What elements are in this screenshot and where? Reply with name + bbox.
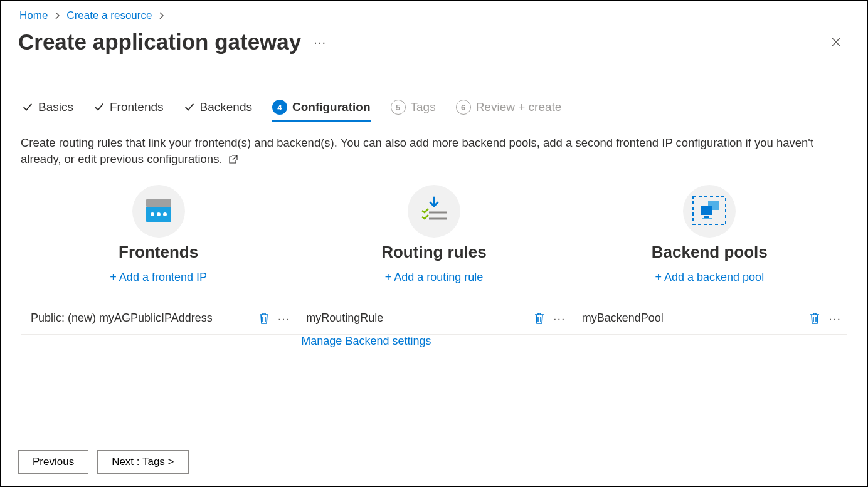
tab-frontends[interactable]: Frontends <box>93 100 164 122</box>
external-link-icon[interactable] <box>226 152 238 165</box>
section-routing-rules: Routing rules + Add a routing rule <box>296 185 571 284</box>
frontends-icon <box>132 185 185 238</box>
section-frontends: Frontends + Add a frontend IP <box>21 185 296 284</box>
breadcrumb-home[interactable]: Home <box>19 9 48 22</box>
add-frontend-ip-link[interactable]: + Add a frontend IP <box>21 271 296 284</box>
svg-point-3 <box>157 212 161 216</box>
tab-tags[interactable]: 5 Tags <box>391 100 436 122</box>
svg-point-4 <box>163 212 167 216</box>
section-title: Frontends <box>21 243 296 262</box>
frontend-item-row[interactable]: Public: (new) myAGPublicIPAddress ··· <box>21 306 296 335</box>
tab-label: Backends <box>200 100 252 114</box>
delete-icon[interactable] <box>533 312 546 325</box>
next-button[interactable]: Next : Tags > <box>97 450 188 474</box>
backend-pool-item-row[interactable]: myBackendPool ··· <box>572 306 847 335</box>
delete-icon[interactable] <box>258 312 270 325</box>
svg-rect-9 <box>701 206 712 215</box>
add-routing-rule-link[interactable]: + Add a routing rule <box>296 271 571 284</box>
section-title: Routing rules <box>296 243 571 262</box>
check-icon <box>93 102 105 113</box>
more-icon[interactable]: ··· <box>278 312 290 325</box>
breadcrumb-sep-icon <box>158 11 164 20</box>
tab-number-icon: 4 <box>272 100 287 115</box>
tab-label: Tags <box>411 100 436 114</box>
routing-rule-item-name: myRoutingRule <box>296 312 533 325</box>
previous-button[interactable]: Previous <box>18 450 88 474</box>
section-title: Backend pools <box>572 243 847 262</box>
more-icon[interactable]: ··· <box>828 312 841 325</box>
description-text: Create routing rules that link your fron… <box>1 122 867 167</box>
title-more-icon[interactable]: ··· <box>314 35 326 50</box>
svg-rect-0 <box>146 199 171 207</box>
tab-label: Basics <box>38 100 73 114</box>
breadcrumb-sep-icon <box>54 11 60 20</box>
section-backend-pools: Backend pools + Add a backend pool <box>572 185 847 284</box>
svg-point-2 <box>151 212 154 216</box>
tab-label: Configuration <box>292 100 371 114</box>
tab-number-icon: 6 <box>456 100 471 115</box>
check-icon <box>22 102 33 113</box>
more-icon[interactable]: ··· <box>553 312 566 325</box>
routing-rules-icon <box>408 185 460 238</box>
breadcrumb-create-resource[interactable]: Create a resource <box>66 9 152 22</box>
tab-review-create[interactable]: 6 Review + create <box>456 100 562 122</box>
close-icon[interactable] <box>823 33 849 51</box>
backend-pool-item-name: myBackendPool <box>572 312 809 325</box>
delete-icon[interactable] <box>808 312 821 325</box>
tab-backends[interactable]: Backends <box>184 100 252 122</box>
tab-label: Frontends <box>110 100 164 114</box>
tab-number-icon: 5 <box>391 100 406 115</box>
svg-rect-11 <box>702 218 712 219</box>
tab-label: Review + create <box>476 100 562 114</box>
wizard-tabs: Basics Frontends Backends 4 Configuratio… <box>1 100 867 122</box>
backend-pools-icon <box>683 185 736 238</box>
manage-backend-settings-link[interactable]: Manage Backend settings <box>296 328 431 347</box>
breadcrumb: Home Create a resource <box>1 1 867 22</box>
check-icon <box>184 102 195 113</box>
svg-rect-10 <box>704 216 709 218</box>
tab-basics[interactable]: Basics <box>22 100 73 122</box>
frontend-item-name: Public: (new) myAGPublicIPAddress <box>21 312 258 325</box>
page-title: Create application gateway <box>18 29 301 55</box>
tab-configuration[interactable]: 4 Configuration <box>272 100 371 122</box>
add-backend-pool-link[interactable]: + Add a backend pool <box>572 271 847 284</box>
